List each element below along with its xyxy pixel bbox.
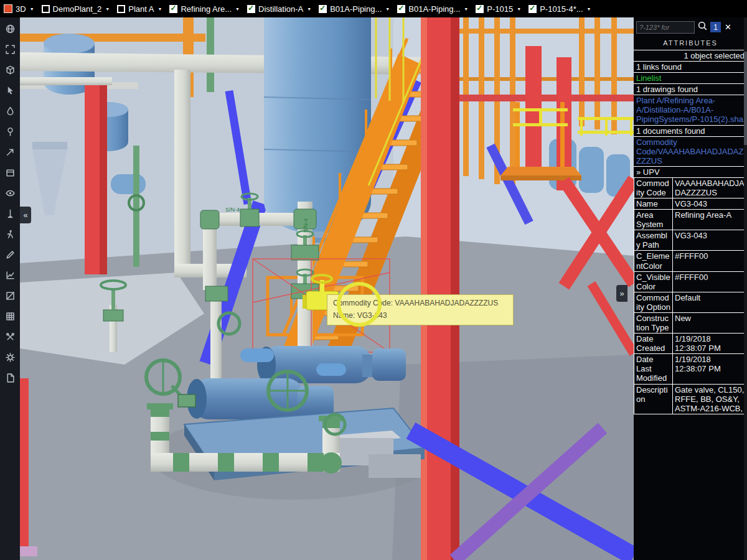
search-icon[interactable] [697,21,708,34]
settings-tool-button[interactable] [2,350,17,365]
table-row: Assembly PathVG3-043 [634,230,747,251]
globe-icon [5,24,16,34]
objects-selected-text: 1 object selected [634,50,747,61]
tooltip-name: Name: VG3-043 [333,310,507,322]
cursor-tool-button[interactable] [2,144,17,159]
search-row: 1 ✕ [634,17,747,37]
chevron-down-icon[interactable]: ▼ [464,7,468,11]
walk-tool-button[interactable] [2,226,17,241]
topbar-item-label: 3D [16,4,26,14]
svg-text:S/N-4: S/N-4 [303,218,309,233]
table-row: NameVG3-043 [634,198,747,210]
search-input[interactable] [636,21,695,34]
3d-scene[interactable]: S/N-4 S/N-4 [20,17,634,560]
table-row: Date Last Modified1/19/2018 12:38:07 PM [634,354,747,384]
measure-tool-button[interactable] [2,206,17,221]
table-row: Commodity OptionDefault [634,292,747,312]
drawing-link[interactable]: Plant A/Refining Area-A/Distillation-A/B… [634,95,747,124]
topbar-item-label: DemoPlant_2 [53,4,102,14]
draw-tool-button[interactable] [2,247,17,262]
upv-row[interactable]: » UPV [634,166,747,177]
paint-tool-button[interactable] [2,103,17,118]
scrollbar-thumb[interactable] [744,52,747,145]
selection-tooltip: Commodity Code: VAAAHABAHADJADAZZZZUS Na… [327,294,514,325]
tooltip-commodity-code: Commodity Code: VAAAHABAHADJADAZZZZUS [333,297,507,310]
checkbox-checked-icon[interactable] [397,5,405,13]
pointer-tool-button[interactable] [2,83,17,98]
topbar-item-label: Distillation-A [258,4,303,14]
chart-icon [5,270,16,281]
fit-screen-tool-button[interactable] [2,42,17,57]
topbar-item-p1015[interactable]: P-1015 ▼ [476,4,521,14]
document-link[interactable]: Commodity Code/VAAAHABAHADJADAZZZZUS [634,136,747,166]
chevron-down-icon[interactable]: ▼ [235,7,240,11]
checkbox-checked-icon[interactable] [476,5,484,13]
section-plane-icon [5,291,16,301]
chevron-down-icon[interactable]: ▼ [30,7,34,11]
table-row: Date Created1/19/2018 12:38:07 PM [634,334,747,354]
red-column-center[interactable] [421,17,459,560]
model-icon [4,4,12,13]
collapse-toolbar-button[interactable]: « [20,207,31,223]
tools-icon [5,332,16,342]
chevron-down-icon[interactable]: ▼ [517,7,521,11]
topbar-item-3d[interactable]: 3D ▼ [4,4,34,14]
topbar-item-refining-area[interactable]: Refining Are... ▼ [169,4,240,14]
box-tool-button[interactable] [2,165,17,180]
paint-drop-icon [5,106,16,116]
grid-tool-button[interactable] [2,309,17,324]
3d-viewport[interactable]: S/N-4 S/N-4 [20,17,634,560]
visibility-tool-button[interactable] [2,185,17,200]
links-found-text: 1 links found [634,61,747,72]
red-column-left[interactable] [85,85,107,274]
chart-tool-button[interactable] [2,268,17,282]
topbar-item-label: P-1015 [487,4,513,14]
pencil-icon [5,250,16,260]
topbar-item-plant-a[interactable]: Plant A ▼ [117,4,162,14]
cube-icon [5,65,16,75]
checkbox-checked-icon[interactable] [319,5,327,13]
cube-tool-button[interactable] [2,62,17,77]
checkbox-checked-icon[interactable] [247,5,255,13]
chevron-down-icon[interactable]: ▼ [385,7,390,11]
checkbox-checked-icon[interactable] [529,5,537,13]
panel-scrollbar[interactable] [744,17,747,560]
topbar-item-distillation-a[interactable]: Distillation-A ▼ [247,4,311,14]
red-column-bottom-left[interactable] [20,378,29,553]
chevron-down-icon[interactable]: ▼ [307,7,311,11]
pin-icon [5,126,16,137]
fit-screen-icon [5,44,16,55]
table-row: Commodity CodeVAAAHABAHADJADAZZZZUS [634,177,747,198]
chevron-down-icon[interactable]: ▼ [105,7,110,11]
measure-icon [5,208,16,219]
pin-tool-button[interactable] [2,124,17,139]
eye-icon [5,188,16,198]
globe-tool-button[interactable] [2,21,17,36]
close-icon[interactable]: ✕ [723,22,733,32]
expand-panel-button[interactable]: » [616,285,627,302]
green-pipe-left[interactable] [133,146,139,267]
topbar-item-demoplant[interactable]: DemoPlant_2 ▼ [42,4,110,14]
chevron-down-icon[interactable]: ▼ [587,7,591,11]
grid-icon [5,311,16,322]
box-icon [5,167,16,178]
pointer-icon [5,85,16,96]
document-tool-button[interactable] [2,370,17,385]
window-icon [42,5,50,13]
section-tool-button[interactable] [2,288,17,303]
topbar-item-piping-1[interactable]: B01A-Piping... ▼ [319,4,390,14]
tools-tool-button[interactable] [2,329,17,344]
linelist-link[interactable]: Linelist [634,72,747,83]
table-row: DescriptionGate valve, CL150, RFFE, BB, … [634,384,747,414]
chevron-down-icon[interactable]: ▼ [157,7,162,11]
topbar-item-label: Plant A [128,4,154,14]
gear-icon [5,352,16,363]
checkbox-checked-icon[interactable] [169,5,177,13]
documents-found-text: 1 documents found [634,125,747,136]
table-row: C_VisibleColor#FFFF00 [634,271,747,292]
topbar-item-piping-2[interactable]: B01A-Piping... ▼ [397,4,468,14]
cursor-ne-icon [5,147,16,157]
topbar-item-p1015-4[interactable]: P-1015-4*... ▼ [529,4,591,14]
window-icon [117,5,125,13]
topbar-item-label: B01A-Piping... [408,4,460,14]
